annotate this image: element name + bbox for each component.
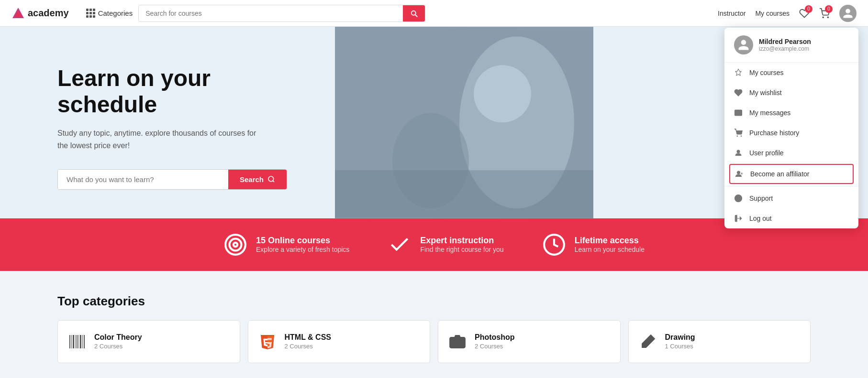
dropdown-become-affiliator-label: Become an affiliator <box>750 170 809 178</box>
svg-rect-17 <box>335 170 593 218</box>
category-name-0: Color Theory <box>94 333 142 342</box>
dropdown-logout-label: Log out <box>749 215 772 222</box>
red-band-title-2: Lifetime access <box>575 236 645 246</box>
svg-point-32 <box>455 340 460 346</box>
red-band-title-1: Expert instruction <box>420 236 503 246</box>
svg-rect-30 <box>84 335 85 348</box>
dropdown-support-label: Support <box>749 194 773 202</box>
heart-outline-icon <box>734 88 743 97</box>
category-card-html-css[interactable]: HTML & CSS 2 Courses <box>248 320 431 363</box>
dropdown-my-wishlist[interactable]: My wishlist <box>724 83 858 103</box>
search-button[interactable] <box>403 5 425 22</box>
html5-icon <box>258 332 277 351</box>
svg-point-10 <box>737 197 740 200</box>
hero-search-bar: Search <box>57 169 287 190</box>
cart-button[interactable]: 0 <box>819 8 830 19</box>
svg-point-19 <box>230 238 242 250</box>
dropdown-my-messages-label: My messages <box>749 109 790 117</box>
svg-rect-28 <box>80 335 81 348</box>
hero-image <box>335 27 593 218</box>
hero-search-btn-label: Search <box>240 175 264 184</box>
logo[interactable]: academy <box>11 7 69 20</box>
support-icon <box>734 194 743 203</box>
hero-content: Learn on your schedule Study any topic, … <box>0 27 335 218</box>
instructor-link[interactable]: Instructor <box>718 10 746 17</box>
svg-rect-26 <box>77 335 78 348</box>
hero-illustration <box>335 27 593 218</box>
target-icon <box>223 233 247 257</box>
dropdown-logout[interactable]: Log out <box>724 208 858 228</box>
hero-search-icon <box>267 175 275 183</box>
logout-icon <box>734 214 743 223</box>
svg-point-5 <box>737 136 738 137</box>
search-bar <box>138 5 425 22</box>
avatar[interactable] <box>839 5 857 22</box>
logo-text: academy <box>28 8 69 19</box>
category-name-2: Photoshop <box>475 333 515 342</box>
wishlist-button[interactable]: 0 <box>799 8 810 19</box>
dropdown-user-info: Mildred Pearson izzo@example.com <box>759 38 811 52</box>
category-name-3: Drawing <box>665 333 695 342</box>
category-card-drawing[interactable]: Drawing 1 Courses <box>628 320 811 363</box>
svg-point-3 <box>827 17 828 18</box>
dropdown-divider <box>724 186 858 186</box>
red-band-sub-1: Find the right course for you <box>420 246 503 253</box>
red-band-item-2: Lifetime access Learn on your schedule <box>542 233 645 257</box>
red-band-item-1: Expert instruction Find the right course… <box>388 233 503 257</box>
category-card-color-theory[interactable]: Color Theory 2 Courses <box>57 320 240 363</box>
hero-search-button[interactable]: Search <box>228 170 287 189</box>
svg-point-16 <box>474 65 531 122</box>
dropdown-support[interactable]: Support <box>724 188 858 208</box>
hero-image-placeholder <box>335 27 593 218</box>
dropdown-my-courses[interactable]: My courses <box>724 63 858 83</box>
dropdown-my-courses-label: My courses <box>749 69 784 76</box>
categories-button[interactable]: Categories <box>80 0 139 27</box>
svg-point-33 <box>461 339 463 340</box>
dropdown-my-messages[interactable]: My messages <box>724 103 858 123</box>
category-name-1: HTML & CSS <box>285 333 331 342</box>
purchase-cart-icon <box>734 129 743 137</box>
pencil-icon <box>638 332 657 351</box>
navbar: academy Categories Instructor My courses… <box>0 0 868 27</box>
svg-rect-27 <box>78 335 79 348</box>
categories-section: Top categories Color Theory 2 Courses <box>0 271 868 378</box>
my-courses-link[interactable]: My courses <box>755 10 790 17</box>
category-count-0: 2 Courses <box>94 343 142 350</box>
categories-label: Categories <box>98 9 133 17</box>
svg-point-6 <box>741 136 742 137</box>
red-band-item-0: 15 Online courses Explore a variety of f… <box>223 233 349 257</box>
camera-icon <box>448 332 467 351</box>
categories-section-title: Top categories <box>57 294 811 309</box>
category-count-3: 1 Courses <box>665 343 695 350</box>
hero-subtitle: Study any topic, anytime. explore thousa… <box>57 127 258 151</box>
person-add-icon <box>735 170 744 178</box>
checkmark-icon <box>388 233 412 257</box>
clock-icon <box>542 233 566 257</box>
dropdown-purchase-history-label: Purchase history <box>749 129 799 137</box>
red-band-sub-2: Learn on your schedule <box>575 246 645 253</box>
category-count-1: 2 Courses <box>285 343 331 350</box>
categories-grid: Color Theory 2 Courses HTML & CSS 2 Cour… <box>57 320 811 363</box>
dropdown-avatar-icon <box>737 39 750 51</box>
logo-icon <box>11 7 25 20</box>
dropdown-purchase-history[interactable]: Purchase history <box>724 123 858 143</box>
svg-point-20 <box>234 242 237 246</box>
svg-point-8 <box>737 171 740 174</box>
diamond-icon <box>734 68 743 77</box>
dropdown-become-affiliator[interactable]: Become an affiliator <box>729 164 854 184</box>
hero-title: Learn on your schedule <box>57 65 306 118</box>
svg-point-12 <box>268 176 274 182</box>
dropdown-user-name: Mildred Pearson <box>759 38 811 45</box>
nav-right: Instructor My courses 0 0 <box>718 5 857 22</box>
dropdown-header: Mildred Pearson izzo@example.com <box>724 28 858 63</box>
dropdown-user-profile[interactable]: User profile <box>724 143 858 163</box>
barcode-icon <box>67 332 87 351</box>
category-count-2: 2 Courses <box>475 343 515 350</box>
cart-badge: 0 <box>825 5 833 13</box>
category-card-photoshop[interactable]: Photoshop 2 Courses <box>438 320 621 363</box>
search-input[interactable] <box>139 6 403 21</box>
hero-search-input[interactable] <box>58 170 228 189</box>
svg-rect-25 <box>75 335 76 348</box>
svg-rect-24 <box>73 335 74 348</box>
svg-point-2 <box>823 17 823 18</box>
